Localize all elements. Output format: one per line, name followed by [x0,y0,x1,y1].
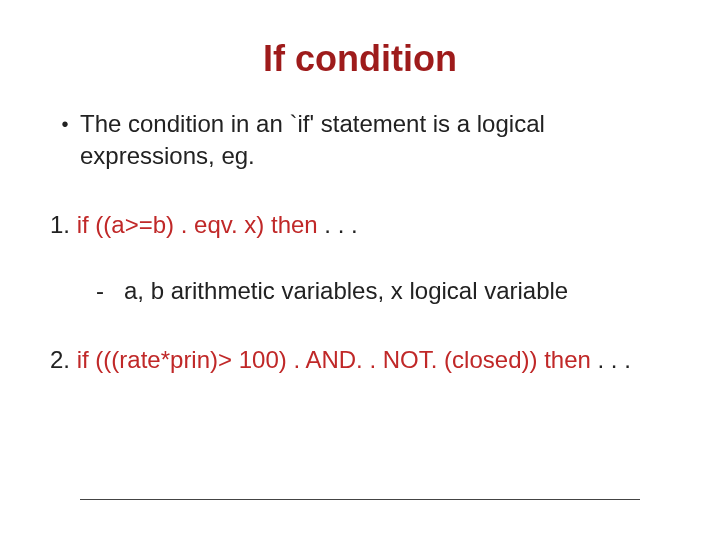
num2-suffix: . . . [591,346,631,373]
slide: If condition • The condition in an `if' … [0,0,720,540]
num1-prefix: 1. [50,211,77,238]
num1-code: if ((a>=b) . eqv. x) then [77,211,318,238]
bullet-text-1: The condition in an `if' statement is a … [80,108,670,173]
numbered-item-1: 1. if ((a>=b) . eqv. x) then . . . [50,209,670,241]
sub-item-1: - a, b arithmetic variables, x logical v… [96,275,670,307]
num2-prefix: 2. [50,346,77,373]
slide-body: • The condition in an `if' statement is … [50,108,670,376]
num2-code: if (((rate*prin)> 100) . AND. . NOT. (cl… [77,346,591,373]
numbered-item-2: 2. if (((rate*prin)> 100) . AND. . NOT. … [50,344,670,376]
footer-divider [80,499,640,500]
bullet-dot-icon: • [50,108,80,140]
bullet-item-1: • The condition in an `if' statement is … [50,108,670,173]
sub-item-1-text: a, b arithmetic variables, x logical var… [124,275,568,307]
dash-icon: - [96,275,124,307]
slide-title: If condition [50,38,670,80]
num1-suffix: . . . [318,211,358,238]
